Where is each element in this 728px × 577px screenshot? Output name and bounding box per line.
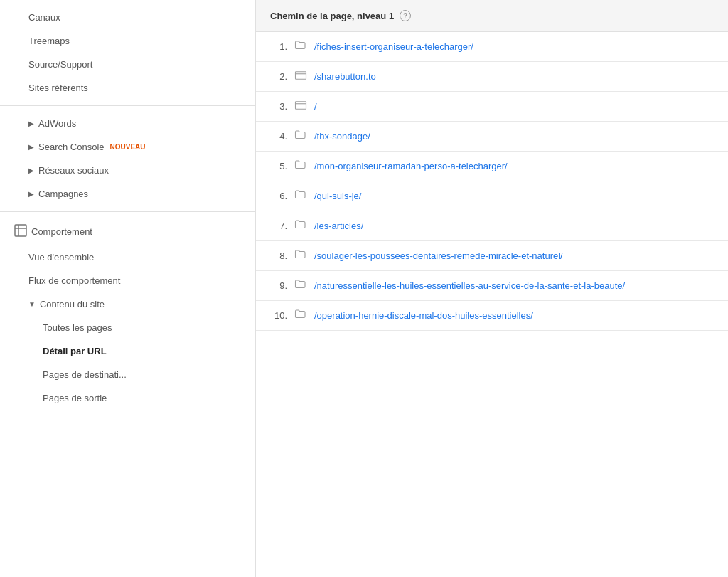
behavior-icon xyxy=(14,224,27,239)
sidebar-item-label: Sites référents xyxy=(28,83,88,93)
sidebar-item-label: Toutes les pages xyxy=(43,322,112,333)
folder-icon xyxy=(294,248,307,263)
row-number: 9. xyxy=(270,280,287,291)
sidebar: Canaux Treemaps Source/Support Sites réf… xyxy=(0,0,256,577)
sidebar-item-label: Réseaux sociaux xyxy=(38,165,109,176)
sidebar-item-treemaps[interactable]: Treemaps xyxy=(0,29,255,53)
sidebar-item-label: Pages de destinati... xyxy=(43,369,127,380)
folder-icon xyxy=(294,308,307,323)
table-row: 3. / xyxy=(256,92,728,122)
row-number: 8. xyxy=(270,250,287,261)
sidebar-item-label: AdWords xyxy=(38,118,76,129)
row-number: 10. xyxy=(270,310,287,321)
folder-icon xyxy=(294,218,307,233)
row-number: 1. xyxy=(270,41,287,52)
row-number: 6. xyxy=(270,191,287,201)
sidebar-item-campagnes[interactable]: ▶ Campagnes xyxy=(0,182,255,206)
sidebar-item-search-console[interactable]: ▶ Search Console NOUVEAU xyxy=(0,135,255,159)
row-link[interactable]: /qui-suis-je/ xyxy=(314,191,361,201)
sidebar-item-label: Search Console xyxy=(38,142,105,152)
table-row: 8. /soulager-les-poussees-dentaires-reme… xyxy=(256,241,728,271)
folder-icon xyxy=(294,189,307,203)
sidebar-item-label: Flux de comportement xyxy=(28,275,120,286)
folder-icon xyxy=(294,99,307,114)
sidebar-item-label: Source/Support xyxy=(28,59,92,70)
row-link[interactable]: /thx-sondage/ xyxy=(314,131,370,142)
sidebar-item-sites-referents[interactable]: Sites référents xyxy=(0,76,255,100)
sidebar-item-label: Vue d'ensemble xyxy=(28,252,94,263)
table-header: Chemin de la page, niveau 1 ? xyxy=(256,0,728,32)
folder-icon xyxy=(294,129,307,144)
collapse-arrow-icon: ▼ xyxy=(28,300,36,308)
sidebar-item-label: Détail par URL xyxy=(43,346,107,356)
divider xyxy=(0,105,255,106)
sidebar-item-pages-destination[interactable]: Pages de destinati... xyxy=(0,363,255,386)
row-number: 5. xyxy=(270,161,287,171)
help-icon[interactable]: ? xyxy=(400,10,411,21)
table-row: 6. /qui-suis-je/ xyxy=(256,181,728,211)
svg-rect-3 xyxy=(296,72,306,80)
sidebar-item-adwords[interactable]: ▶ AdWords xyxy=(0,112,255,135)
row-link[interactable]: /mon-organiseur-ramadan-perso-a-telechar… xyxy=(314,161,508,171)
sidebar-item-detail-url[interactable]: Détail par URL xyxy=(0,339,255,363)
sidebar-item-label: Comportement xyxy=(31,226,92,237)
row-link[interactable]: /sharebutton.to xyxy=(314,71,376,82)
row-number: 4. xyxy=(270,131,287,142)
table-row: 2. /sharebutton.to xyxy=(256,62,728,92)
svg-rect-5 xyxy=(296,102,306,110)
collapse-arrow-icon: ▶ xyxy=(28,190,34,198)
nouveau-badge: NOUVEAU xyxy=(110,143,146,151)
sidebar-item-comportement[interactable]: Comportement xyxy=(0,218,255,245)
table-row: 1. /fiches-insert-organiseur-a-telecharg… xyxy=(256,32,728,62)
sidebar-item-reseaux-sociaux[interactable]: ▶ Réseaux sociaux xyxy=(0,159,255,182)
row-number: 7. xyxy=(270,221,287,231)
table-row: 10. /operation-hernie-discale-mal-dos-hu… xyxy=(256,301,728,331)
folder-icon xyxy=(294,69,307,84)
table-row: 7. /les-articles/ xyxy=(256,211,728,241)
sidebar-item-contenu-site[interactable]: ▼ Contenu du site xyxy=(0,292,255,316)
sidebar-item-label: Campagnes xyxy=(38,189,88,199)
folder-icon xyxy=(294,159,307,174)
sidebar-item-label: Treemaps xyxy=(28,36,70,46)
collapse-arrow-icon: ▶ xyxy=(28,143,34,151)
row-link[interactable]: /soulager-les-poussees-dentaires-remede-… xyxy=(314,250,563,261)
row-link[interactable]: /naturessentielle-les-huiles-essentielle… xyxy=(314,280,625,291)
divider xyxy=(0,211,255,212)
sidebar-item-label: Pages de sortie xyxy=(43,393,107,403)
table-row: 4. /thx-sondage/ xyxy=(256,122,728,152)
sidebar-item-pages-sortie[interactable]: Pages de sortie xyxy=(0,386,255,410)
sidebar-item-toutes-pages[interactable]: Toutes les pages xyxy=(0,316,255,339)
sidebar-item-flux-comportement[interactable]: Flux de comportement xyxy=(0,269,255,292)
sidebar-item-source-support[interactable]: Source/Support xyxy=(0,53,255,76)
folder-icon xyxy=(294,278,307,293)
collapse-arrow-icon: ▶ xyxy=(28,120,34,127)
row-link[interactable]: /fiches-insert-organiseur-a-telecharger/ xyxy=(314,41,473,52)
row-number: 2. xyxy=(270,71,287,82)
collapse-arrow-icon: ▶ xyxy=(28,166,34,174)
row-link[interactable]: /operation-hernie-discale-mal-dos-huiles… xyxy=(314,310,533,321)
folder-icon xyxy=(294,39,307,54)
main-content: Chemin de la page, niveau 1 ? 1. /fiches… xyxy=(256,0,728,577)
table-row: 5. /mon-organiseur-ramadan-perso-a-telec… xyxy=(256,152,728,181)
row-link[interactable]: /les-articles/ xyxy=(314,221,363,231)
row-number: 3. xyxy=(270,101,287,112)
sidebar-item-label: Canaux xyxy=(28,12,60,23)
sidebar-item-canaux[interactable]: Canaux xyxy=(0,6,255,29)
svg-rect-0 xyxy=(15,225,26,236)
sidebar-item-vue-ensemble[interactable]: Vue d'ensemble xyxy=(0,245,255,269)
row-link[interactable]: / xyxy=(314,101,317,112)
sidebar-item-label: Contenu du site xyxy=(40,299,105,309)
column-header-label: Chemin de la page, niveau 1 xyxy=(270,11,394,21)
table-row: 9. /naturessentielle-les-huiles-essentie… xyxy=(256,271,728,301)
